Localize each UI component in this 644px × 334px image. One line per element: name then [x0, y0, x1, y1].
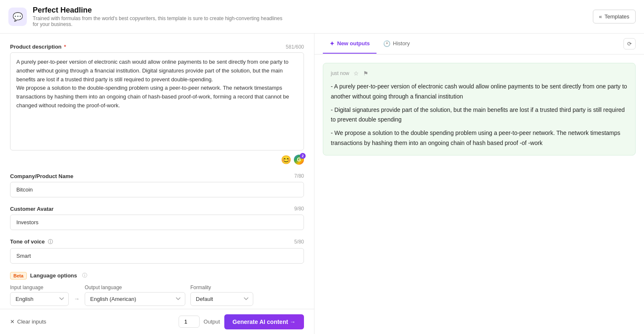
company-name-group: Company/Product Name 7/80 — [10, 173, 304, 197]
product-description-label: Product description * — [10, 44, 66, 50]
x-icon: ✕ — [10, 318, 15, 325]
output-language-label: Output language — [85, 285, 185, 290]
customer-avatar-input[interactable] — [10, 215, 304, 230]
product-description-group: Product description * 581/600 😊 G 2 — [10, 44, 304, 165]
star-icon[interactable]: ☆ — [353, 70, 359, 77]
tab-history[interactable]: 🕐 History — [377, 34, 416, 54]
output-item-2: - Digital signatures provide part of the… — [331, 105, 628, 125]
formality-group: Formality Default Formal Informal — [190, 285, 253, 306]
grammarly-icon[interactable]: G 2 — [294, 155, 304, 165]
arrow-icon: → — [74, 295, 80, 302]
company-name-input[interactable] — [10, 182, 304, 197]
tab-new-outputs[interactable]: ✦ New outputs — [323, 34, 377, 54]
beta-badge: Beta — [10, 272, 27, 280]
output-meta: just now ☆ ⚑ — [331, 70, 628, 77]
refresh-icon: ⟳ — [627, 41, 632, 47]
chat-icon: 💬 — [13, 12, 23, 22]
output-language-group: Output language English (American) Engli… — [85, 285, 185, 306]
new-outputs-label: New outputs — [337, 40, 370, 47]
right-panel: ✦ New outputs 🕐 History ⟳ just now ☆ ⚑ — [314, 34, 644, 334]
tone-of-voice-count: 5/80 — [294, 239, 304, 245]
customer-avatar-group: Customer Avatar 9/80 — [10, 206, 304, 230]
page-subtitle: Trained with formulas from the world's b… — [33, 16, 284, 27]
language-options-section: Beta Language options ⓘ Input language E… — [10, 272, 304, 306]
clear-inputs-button[interactable]: ✕ Clear inputs — [10, 318, 46, 325]
customer-avatar-label: Customer Avatar — [10, 206, 54, 212]
main-container: Product description * 581/600 😊 G 2 Comp… — [0, 34, 644, 334]
bottom-bar: ✕ Clear inputs Output Generate AI conten… — [0, 309, 314, 334]
refresh-button[interactable]: ⟳ — [623, 38, 636, 49]
formality-label: Formality — [190, 285, 253, 290]
company-name-header: Company/Product Name 7/80 — [10, 173, 304, 179]
language-row: Input language English French German Spa… — [10, 285, 304, 306]
left-panel: Product description * 581/600 😊 G 2 Comp… — [0, 34, 314, 334]
flag-icon[interactable]: ⚑ — [363, 70, 369, 77]
clock-icon: 🕐 — [383, 40, 390, 47]
generate-label: Generate AI content → — [233, 318, 296, 325]
language-info-icon[interactable]: ⓘ — [82, 272, 87, 279]
emoji-icon[interactable]: 😊 — [281, 155, 291, 165]
generate-button[interactable]: Generate AI content → — [224, 314, 304, 329]
required-marker: * — [62, 44, 66, 50]
customer-avatar-header: Customer Avatar 9/80 — [10, 206, 304, 212]
history-label: History — [393, 40, 410, 47]
templates-button[interactable]: « Templates — [593, 10, 636, 23]
chevrons-left-icon: « — [599, 13, 602, 20]
tone-of-voice-header: Tone of voice ⓘ 5/80 — [10, 238, 304, 246]
customer-avatar-count: 9/80 — [294, 206, 304, 212]
tabs-left: ✦ New outputs 🕐 History — [323, 34, 416, 54]
product-description-header: Product description * 581/600 — [10, 44, 304, 50]
output-label: Output — [204, 318, 220, 325]
output-card: just now ☆ ⚑ - A purely peer-to-peer ver… — [323, 63, 636, 155]
header-left: 💬 Perfect Headline Trained with formulas… — [8, 6, 284, 27]
language-options-header: Beta Language options ⓘ — [10, 272, 304, 280]
output-item-3: - We propose a solution to the double sp… — [331, 128, 628, 148]
input-language-group: Input language English French German Spa… — [10, 285, 69, 306]
company-name-count: 7/80 — [294, 173, 304, 179]
right-tabs: ✦ New outputs 🕐 History ⟳ — [314, 34, 644, 54]
templates-label: Templates — [605, 13, 629, 20]
input-language-label: Input language — [10, 285, 69, 290]
header-text: Perfect Headline Trained with formulas f… — [33, 6, 284, 27]
input-language-select[interactable]: English French German Spanish — [10, 292, 69, 306]
app-header: 💬 Perfect Headline Trained with formulas… — [0, 0, 644, 34]
tone-of-voice-group: Tone of voice ⓘ 5/80 — [10, 238, 304, 264]
language-options-label: Language options — [30, 272, 77, 279]
output-time: just now — [331, 70, 349, 76]
output-item-1: - A purely peer-to-peer version of elect… — [331, 82, 628, 102]
formality-select[interactable]: Default Formal Informal — [190, 292, 253, 306]
clear-label: Clear inputs — [17, 318, 46, 325]
page-title: Perfect Headline — [33, 6, 284, 15]
product-description-count: 581/600 — [286, 44, 304, 50]
app-icon: 💬 — [8, 8, 27, 26]
company-name-label: Company/Product Name — [10, 173, 73, 179]
sparkle-icon: ✦ — [330, 40, 335, 47]
output-area: just now ☆ ⚑ - A purely peer-to-peer ver… — [314, 54, 644, 334]
textarea-footer: 😊 G 2 — [10, 155, 304, 165]
g-badge: 2 — [300, 153, 306, 159]
output-language-select[interactable]: English (American) English (British) Fre… — [85, 292, 185, 306]
output-count-input[interactable] — [179, 316, 200, 328]
output-text: - A purely peer-to-peer version of elect… — [331, 82, 628, 148]
product-description-input[interactable] — [10, 52, 304, 150]
tone-info-icon[interactable]: ⓘ — [48, 239, 53, 245]
output-count-group: Output Generate AI content → — [179, 314, 304, 329]
tone-of-voice-label: Tone of voice ⓘ — [10, 238, 53, 246]
tone-of-voice-input[interactable] — [10, 248, 304, 264]
